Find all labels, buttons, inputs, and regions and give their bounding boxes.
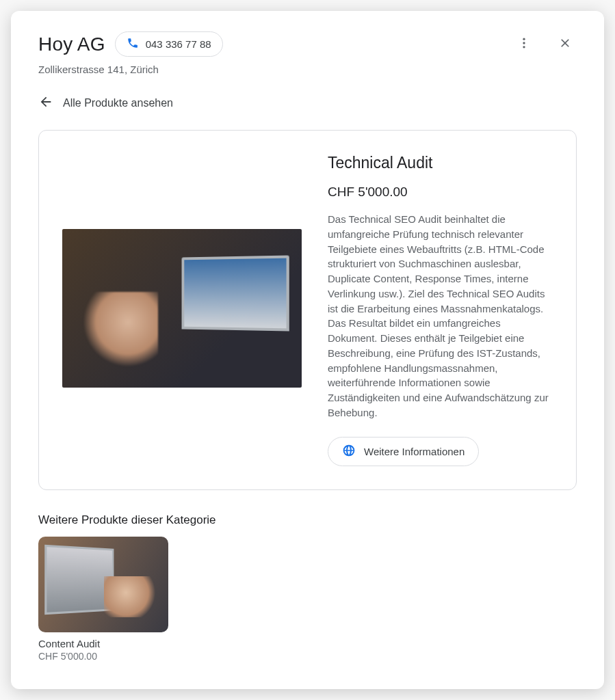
close-button[interactable] <box>553 33 577 56</box>
related-list: Content Audit CHF 5'000.00 <box>38 537 577 662</box>
product-modal: Hoy AG 043 336 77 88 <box>11 11 604 689</box>
product-description: Das Technical SEO Audit beinhaltet die u… <box>328 212 553 420</box>
related-item-title: Content Audit <box>38 638 168 649</box>
more-info-button[interactable]: Weitere Informationen <box>328 437 479 466</box>
svg-point-2 <box>523 46 525 48</box>
globe-icon <box>342 444 356 459</box>
phone-button[interactable]: 043 336 77 88 <box>115 31 223 57</box>
related-item[interactable]: Content Audit CHF 5'000.00 <box>38 537 168 662</box>
phone-icon <box>127 37 139 51</box>
product-image <box>62 229 302 388</box>
product-title: Technical Audit <box>328 154 553 172</box>
modal-scroll[interactable]: Hoy AG 043 336 77 88 <box>11 11 604 689</box>
related-heading: Weitere Produkte dieser Kategorie <box>38 513 577 527</box>
header-actions <box>512 33 577 56</box>
product-price: CHF 5'000.00 <box>328 185 553 200</box>
arrow-left-icon <box>38 94 53 112</box>
close-icon <box>558 36 572 53</box>
business-address: Zollikerstrasse 141, Zürich <box>38 64 577 75</box>
modal-header: Hoy AG 043 336 77 88 <box>38 31 577 57</box>
related-item-image <box>38 537 168 632</box>
business-name: Hoy AG <box>38 33 105 55</box>
back-label: Alle Produkte ansehen <box>63 97 173 109</box>
svg-point-0 <box>523 38 525 40</box>
more-info-label: Weitere Informationen <box>364 446 464 457</box>
related-section: Weitere Produkte dieser Kategorie Conten… <box>38 513 577 662</box>
svg-point-1 <box>523 42 525 44</box>
more-vert-icon <box>517 36 531 53</box>
back-to-products-link[interactable]: Alle Produkte ansehen <box>38 94 173 112</box>
product-details: Technical Audit CHF 5'000.00 Das Technic… <box>328 154 553 466</box>
product-card: Technical Audit CHF 5'000.00 Das Technic… <box>38 130 577 490</box>
related-item-price: CHF 5'000.00 <box>38 651 168 662</box>
more-options-button[interactable] <box>512 33 536 56</box>
phone-number: 043 336 77 88 <box>146 38 211 50</box>
